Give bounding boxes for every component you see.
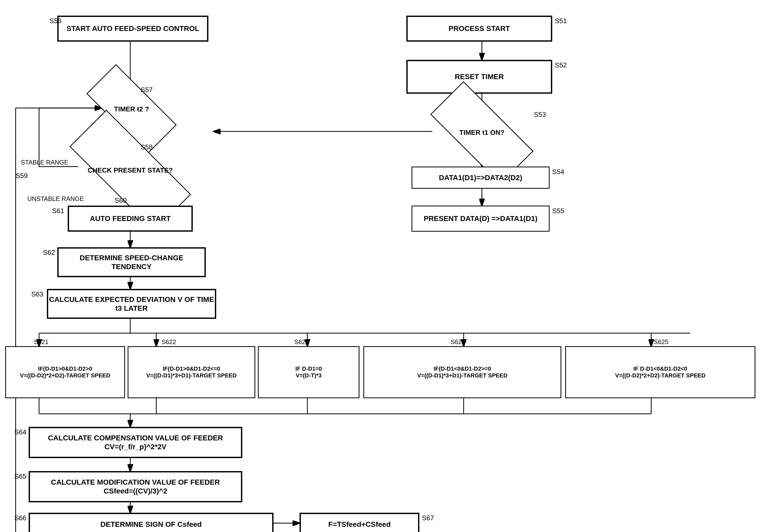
s62-label: S62	[43, 249, 55, 257]
stable-range-label: STABLE RANGE	[21, 159, 68, 166]
s62-text: DETERMINE SPEED-CHANGE TENDENCY	[59, 254, 205, 271]
s622-box: IF(D-D1>0&D1-D2<=0 V=((D-D1)*3+D1)-TARGE…	[128, 346, 255, 398]
s625-label: S625	[654, 339, 668, 346]
flowchart-diagram: START AUTO FEED-SPEED CONTROL S56 PROCES…	[0, 0, 777, 532]
s55-label: S55	[552, 207, 564, 215]
s65-text: CALCULATE MODIFICATION VALUE OF FEEDER C…	[51, 478, 220, 495]
s623-text: IF D-D1=0 V=(D-T)*3	[295, 366, 322, 379]
s624-box: IF(D-D1<0&D1-D2>=0 V=((D-D1)*3+D1)-TARGE…	[363, 346, 561, 398]
s54-text: DATA1(D1)=>DATA2(D2)	[439, 173, 522, 182]
s66-label: S66	[14, 514, 26, 522]
s55-box: PRESENT DATA(D) =>DATA1(D1)	[412, 206, 550, 232]
s59-label: S59	[16, 172, 28, 180]
s51-box: PROCESS START	[406, 16, 552, 42]
s67-text: F=TSfeed+CSfeed	[328, 520, 391, 529]
s57-label: S57	[141, 86, 153, 94]
s63-box: CALCULATE EXPECTED DEVIATION V OF TIME t…	[47, 289, 216, 319]
s64-label: S64	[14, 428, 26, 436]
s61-text: AUTO FEEDING START	[90, 214, 171, 223]
s58-text: CHECK PRESENT STATE?	[88, 166, 173, 174]
s624-text: IF(D-D1<0&D1-D2>=0 V=((D-D1)*3+D1)-TARGE…	[417, 366, 508, 379]
s63-text: CALCULATE EXPECTED DEVIATION V OF TIME t…	[48, 295, 215, 312]
s623-box: IF D-D1=0 V=(D-T)*3	[258, 346, 359, 398]
s63-label: S63	[31, 290, 43, 298]
s53-text: TIMER t1 ON?	[459, 129, 504, 137]
s625-text: IF D-D1<0&D1-D2<0 V=((D-D2)*2+D2)-TARGET…	[615, 366, 706, 379]
s67-label: S67	[422, 514, 434, 522]
s60-label: S60	[115, 196, 127, 205]
s51-label: S51	[555, 17, 567, 25]
s56-box: START AUTO FEED-SPEED CONTROL	[57, 16, 208, 42]
s66-box: DETERMINE SIGN OF Csfeed	[29, 513, 273, 532]
s625-box: IF D-D1<0&D1-D2<0 V=((D-D2)*2+D2)-TARGET…	[565, 346, 755, 398]
s621-text: IF(D-D1>0&D1-D2>0 V=((D-D2)*2+D2)-TARGET…	[20, 366, 110, 379]
s57-text: TIMER t2 ?	[114, 105, 149, 113]
s67-box: F=TSfeed+CSfeed	[300, 513, 419, 532]
s52-box: RESET TIMER	[406, 60, 552, 94]
s51-text: PROCESS START	[449, 24, 510, 33]
s54-box: DATA1(D1)=>DATA2(D2)	[412, 166, 550, 189]
s62-box: DETERMINE SPEED-CHANGE TENDENCY	[57, 247, 206, 277]
s622-text: IF(D-D1>0&D1-D2<=0 V=((D-D1)*3+D1)-TARGE…	[146, 366, 237, 379]
s622-label: S622	[161, 339, 176, 346]
s621-label: S621	[34, 339, 48, 346]
s61-label: S61	[52, 207, 64, 215]
s624-label: S624	[451, 339, 465, 346]
s623-label: S623	[294, 339, 309, 346]
s53-label: S53	[534, 111, 546, 119]
s53-diamond: TIMER t1 ON?	[432, 109, 531, 156]
s64-box: CALCULATE COMPENSATION VALUE OF FEEDER C…	[29, 427, 242, 458]
s52-text: RESET TIMER	[455, 73, 504, 81]
s56-label: S56	[49, 17, 62, 25]
s58-label: S58	[141, 143, 153, 151]
unstable-range-label: UNSTABLE RANGE	[27, 195, 84, 203]
s64-text: CALCULATE COMPENSATION VALUE OF FEEDER C…	[48, 434, 223, 451]
s58-diamond: CHECK PRESENT STATE?	[70, 144, 190, 196]
s66-text: DETERMINE SIGN OF Csfeed	[101, 520, 202, 529]
s621-box: IF(D-D1>0&D1-D2>0 V=((D-D2)*2+D2)-TARGET…	[5, 346, 125, 398]
s65-label: S65	[14, 473, 26, 481]
s61-box: AUTO FEEDING START	[68, 206, 193, 232]
s65-box: CALCULATE MODIFICATION VALUE OF FEEDER C…	[29, 471, 242, 502]
s55-text: PRESENT DATA(D) =>DATA1(D1)	[424, 214, 538, 223]
s54-label: S54	[552, 168, 564, 176]
s56-text: START AUTO FEED-SPEED CONTROL	[67, 24, 199, 33]
s52-label: S52	[555, 61, 567, 69]
